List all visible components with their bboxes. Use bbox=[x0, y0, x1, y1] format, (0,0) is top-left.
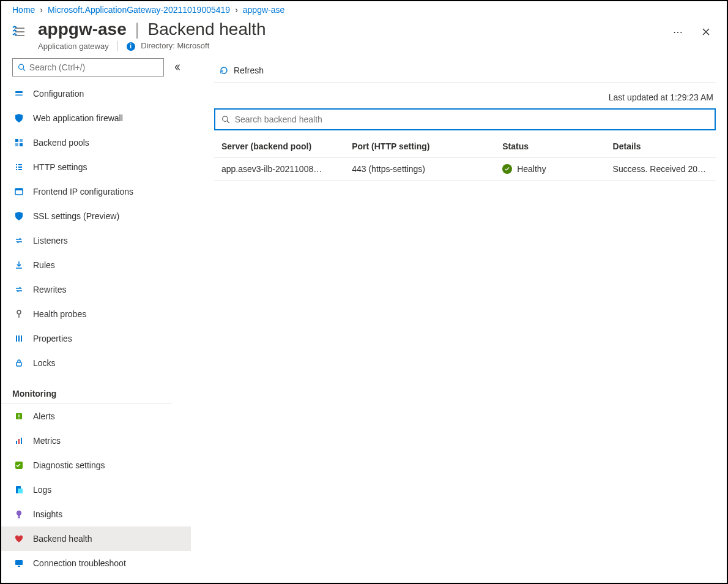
waf-icon bbox=[13, 113, 24, 124]
sidebar-section-monitoring: Monitoring bbox=[1, 375, 173, 404]
refresh-icon bbox=[219, 66, 229, 75]
health-probes-icon bbox=[13, 309, 24, 320]
sidebar-search[interactable] bbox=[12, 58, 164, 77]
sidebar-item-logs[interactable]: Logs bbox=[1, 477, 191, 502]
sidebar-item-waf[interactable]: Web application firewall bbox=[1, 106, 191, 130]
sidebar: ConfigurationWeb application firewallBac… bbox=[1, 56, 191, 583]
sidebar-item-label: Listeners bbox=[33, 236, 68, 245]
col-header-details[interactable]: Details bbox=[606, 135, 716, 158]
status-healthy-icon bbox=[502, 164, 512, 174]
blade-title: Backend health bbox=[148, 20, 266, 39]
search-icon bbox=[18, 63, 26, 72]
alerts-icon bbox=[13, 411, 24, 422]
backend-health-table: Server (backend pool) Port (HTTP setting… bbox=[214, 135, 716, 181]
frontend-ip-icon bbox=[13, 186, 24, 197]
refresh-button[interactable]: Refresh bbox=[214, 61, 269, 80]
backend-health-search-input[interactable] bbox=[235, 114, 708, 124]
backend-health-search[interactable] bbox=[214, 108, 716, 130]
breadcrumb: Home › Microsoft.ApplicationGateway-2021… bbox=[1, 1, 727, 17]
search-icon bbox=[221, 115, 230, 124]
col-header-port[interactable]: Port (HTTP setting) bbox=[344, 135, 495, 158]
table-row[interactable]: app.asev3-ilb-20211008…443 (https-settin… bbox=[214, 158, 716, 181]
cell-port: 443 (https-settings) bbox=[344, 158, 495, 181]
resource-type-icon bbox=[12, 23, 29, 40]
sidebar-item-label: Backend pools bbox=[33, 138, 89, 148]
http-settings-icon bbox=[13, 162, 24, 173]
toolbar: Refresh bbox=[214, 58, 716, 83]
sidebar-item-label: Rewrites bbox=[33, 285, 66, 294]
cell-status: Healthy bbox=[495, 158, 605, 181]
sidebar-item-label: Configuration bbox=[33, 89, 84, 99]
insights-icon bbox=[13, 509, 24, 520]
sidebar-item-label: Alerts bbox=[33, 411, 55, 421]
sidebar-item-rules[interactable]: Rules bbox=[1, 253, 191, 277]
sidebar-item-backend-pools[interactable]: Backend pools bbox=[1, 130, 191, 155]
info-icon: i bbox=[127, 42, 135, 51]
breadcrumb-current[interactable]: appgw-ase bbox=[243, 5, 285, 15]
more-actions-button[interactable]: ⋯ bbox=[668, 22, 688, 42]
sidebar-item-listeners[interactable]: Listeners bbox=[1, 228, 191, 253]
main-content: Refresh Last updated at 1:29:23 AM Serve… bbox=[191, 56, 727, 583]
diagnostic-icon bbox=[13, 460, 24, 471]
sidebar-item-locks[interactable]: Locks bbox=[1, 351, 191, 375]
collapse-sidebar-button[interactable] bbox=[169, 59, 186, 76]
properties-icon bbox=[13, 333, 24, 344]
directory-row: i Directory: Microsoft bbox=[127, 41, 210, 51]
sidebar-item-label: Backend health bbox=[33, 534, 92, 544]
sidebar-item-label: Properties bbox=[33, 334, 72, 343]
page-title: appgw-ase | Backend health bbox=[38, 18, 659, 40]
sidebar-item-label: Connection troubleshoot bbox=[33, 558, 126, 568]
breadcrumb-rg[interactable]: Microsoft.ApplicationGateway-20211019005… bbox=[48, 5, 230, 15]
sidebar-item-label: Logs bbox=[33, 485, 51, 495]
sidebar-item-ssl-settings[interactable]: SSL settings (Preview) bbox=[1, 204, 191, 228]
chevrons-left-icon bbox=[173, 63, 182, 72]
locks-icon bbox=[13, 358, 24, 369]
sidebar-item-label: Metrics bbox=[33, 436, 61, 446]
resource-type-label: Application gateway bbox=[38, 42, 109, 51]
sidebar-item-label: Diagnostic settings bbox=[33, 460, 105, 470]
sidebar-item-label: Insights bbox=[33, 509, 62, 519]
breadcrumb-separator: › bbox=[40, 5, 43, 15]
col-header-server[interactable]: Server (backend pool) bbox=[214, 135, 344, 158]
sidebar-item-label: Locks bbox=[33, 358, 56, 368]
rules-icon bbox=[13, 260, 24, 271]
sidebar-item-properties[interactable]: Properties bbox=[1, 326, 191, 351]
resource-name: appgw-ase bbox=[38, 20, 127, 39]
last-updated: Last updated at 1:29:23 AM bbox=[214, 83, 716, 108]
refresh-label: Refresh bbox=[234, 66, 264, 75]
sidebar-item-backend-health[interactable]: Backend health bbox=[1, 526, 191, 551]
col-header-status[interactable]: Status bbox=[495, 135, 605, 158]
sidebar-item-alerts[interactable]: Alerts bbox=[1, 404, 191, 429]
configuration-icon bbox=[13, 88, 24, 99]
logs-icon bbox=[13, 484, 24, 495]
cell-details: Success. Received 200 st… bbox=[606, 158, 716, 181]
listeners-icon bbox=[13, 235, 24, 246]
breadcrumb-separator: › bbox=[235, 5, 238, 15]
sidebar-item-diagnostic[interactable]: Diagnostic settings bbox=[1, 453, 191, 477]
sidebar-search-input[interactable] bbox=[29, 62, 158, 72]
sidebar-item-insights[interactable]: Insights bbox=[1, 502, 191, 526]
breadcrumb-home[interactable]: Home bbox=[12, 5, 35, 15]
sidebar-item-conn-trouble[interactable]: Connection troubleshoot bbox=[1, 551, 191, 575]
cell-server: app.asev3-ilb-20211008… bbox=[214, 158, 344, 181]
sidebar-item-label: Rules bbox=[33, 260, 55, 270]
backend-pools-icon bbox=[13, 137, 24, 148]
close-button[interactable] bbox=[696, 22, 716, 42]
metrics-icon bbox=[13, 435, 24, 446]
conn-trouble-icon bbox=[13, 558, 24, 569]
sidebar-item-rewrites[interactable]: Rewrites bbox=[1, 277, 191, 302]
sidebar-item-configuration[interactable]: Configuration bbox=[1, 81, 191, 106]
backend-health-icon bbox=[13, 533, 24, 544]
sidebar-item-frontend-ip[interactable]: Frontend IP configurations bbox=[1, 179, 191, 204]
sidebar-item-label: Web application firewall bbox=[33, 113, 123, 123]
sidebar-item-http-settings[interactable]: HTTP settings bbox=[1, 155, 191, 179]
sidebar-item-label: Health probes bbox=[33, 309, 86, 319]
ssl-settings-icon bbox=[13, 211, 24, 222]
sidebar-item-label: HTTP settings bbox=[33, 162, 87, 172]
sidebar-item-label: SSL settings (Preview) bbox=[33, 211, 119, 221]
sidebar-item-health-probes[interactable]: Health probes bbox=[1, 302, 191, 326]
sidebar-item-label: Frontend IP configurations bbox=[33, 187, 133, 197]
rewrites-icon bbox=[13, 284, 24, 295]
page-header: appgw-ase | Backend health Application g… bbox=[1, 17, 727, 56]
sidebar-item-metrics[interactable]: Metrics bbox=[1, 429, 191, 453]
